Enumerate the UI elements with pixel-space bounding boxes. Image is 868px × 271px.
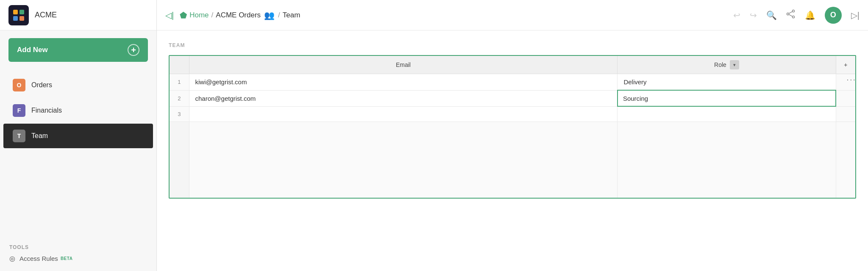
sidebar-item-team[interactable]: T Team xyxy=(3,124,153,148)
cell-empty-3 xyxy=(836,106,855,122)
col-header-email: Email xyxy=(189,56,618,74)
breadcrumb-home[interactable]: Home xyxy=(189,11,209,19)
undo-icon[interactable]: ↩ xyxy=(733,10,740,20)
breadcrumb-sep-1: / xyxy=(211,11,214,19)
sidebar-header: ACME xyxy=(0,0,156,30)
cell-role-3[interactable] xyxy=(618,106,836,122)
cell-empty-2 xyxy=(836,90,855,106)
svg-rect-3 xyxy=(19,16,24,21)
nav-items: O Orders F Financials T Team xyxy=(0,69,156,240)
table-row-empty xyxy=(170,122,855,198)
app-name: ACME xyxy=(35,11,57,19)
svg-line-7 xyxy=(789,11,793,14)
more-options-button[interactable]: ··· xyxy=(846,75,856,84)
svg-rect-0 xyxy=(13,10,18,14)
topbar: ◁| ⬟ Home / ACME Orders 👥 / Team ↩ ↪ 🔍 xyxy=(157,0,868,30)
table-row: 3 xyxy=(170,106,855,122)
table-row: 2 charon@getgrist.com Sourcing xyxy=(170,90,855,106)
svg-line-8 xyxy=(789,14,793,17)
cell-email-empty xyxy=(189,122,618,198)
data-table: Email Role ▾ + 1 kiwi@g xyxy=(169,55,856,199)
col-header-role: Role ▾ xyxy=(618,56,836,74)
svg-point-4 xyxy=(792,10,794,12)
svg-point-6 xyxy=(792,16,794,18)
svg-rect-1 xyxy=(19,10,24,14)
cell-role-1[interactable]: Delivery xyxy=(618,74,836,91)
cell-email-2[interactable]: charon@getgrist.com xyxy=(189,90,618,106)
sidebar: ACME Add New + O Orders F Financials T T… xyxy=(0,0,157,271)
breadcrumb-orders[interactable]: ACME Orders xyxy=(216,11,261,19)
sidebar-item-team-label: Team xyxy=(31,132,48,140)
add-column-button[interactable]: + xyxy=(836,56,855,74)
tools-section: TOOLS ◎ Access Rules BETA xyxy=(0,240,156,271)
row-num-empty xyxy=(170,122,189,198)
role-column-menu-icon[interactable]: ▾ xyxy=(730,60,739,69)
section-title: TEAM xyxy=(169,42,856,48)
cell-email-1[interactable]: kiwi@getgrist.com xyxy=(189,74,618,91)
sidebar-item-financials-label: Financials xyxy=(31,107,62,114)
access-rules-item[interactable]: ◎ Access Rules BETA xyxy=(9,254,147,263)
cell-role-empty xyxy=(618,122,836,198)
cell-role-2[interactable]: Sourcing xyxy=(618,90,836,106)
row-num-3: 3 xyxy=(170,106,189,122)
avatar[interactable]: O xyxy=(825,7,842,24)
team-breadcrumb-icon: 👥 xyxy=(264,10,275,20)
topbar-actions: ↩ ↪ 🔍 🔔 O ▷| xyxy=(733,7,860,24)
row-num-1: 1 xyxy=(170,74,189,91)
beta-badge: BETA xyxy=(61,256,72,261)
app-logo xyxy=(8,5,29,25)
sidebar-collapse-icon[interactable]: ◁| xyxy=(165,10,174,20)
content-area: TEAM ··· Email Role ▾ xyxy=(157,30,868,271)
main: ◁| ⬟ Home / ACME Orders 👥 / Team ↩ ↪ 🔍 xyxy=(157,0,868,271)
orders-icon: O xyxy=(13,79,25,91)
cell-extra-empty xyxy=(836,122,855,198)
tools-label: TOOLS xyxy=(9,244,147,250)
breadcrumb: ◁| ⬟ Home / ACME Orders 👥 / Team xyxy=(165,10,300,20)
share-icon[interactable] xyxy=(786,9,796,21)
team-icon: T xyxy=(13,130,25,142)
row-num-2: 2 xyxy=(170,90,189,106)
collapse-right-icon[interactable]: ▷| xyxy=(851,10,860,20)
add-new-label: Add New xyxy=(17,46,48,54)
redo-icon[interactable]: ↪ xyxy=(750,10,757,20)
home-page-icon: ⬟ xyxy=(180,10,187,20)
table-row: 1 kiwi@getgrist.com Delivery xyxy=(170,74,855,91)
sidebar-item-orders[interactable]: O Orders xyxy=(3,73,153,97)
add-new-button[interactable]: Add New + xyxy=(8,38,148,62)
financials-icon: F xyxy=(13,104,25,117)
sidebar-item-orders-label: Orders xyxy=(31,81,52,89)
breadcrumb-sep-2: / xyxy=(278,11,280,19)
svg-rect-2 xyxy=(13,16,18,21)
search-icon[interactable]: 🔍 xyxy=(766,10,777,20)
col-header-rownum xyxy=(170,56,189,74)
notifications-icon[interactable]: 🔔 xyxy=(805,10,815,20)
breadcrumb-team[interactable]: Team xyxy=(283,11,300,19)
access-rules-icon: ◎ xyxy=(9,254,15,263)
sidebar-item-financials[interactable]: F Financials xyxy=(3,98,153,123)
access-rules-label: Access Rules xyxy=(19,255,58,262)
add-new-plus-icon: + xyxy=(128,44,139,56)
svg-point-5 xyxy=(787,13,789,15)
cell-email-3[interactable] xyxy=(189,106,618,122)
